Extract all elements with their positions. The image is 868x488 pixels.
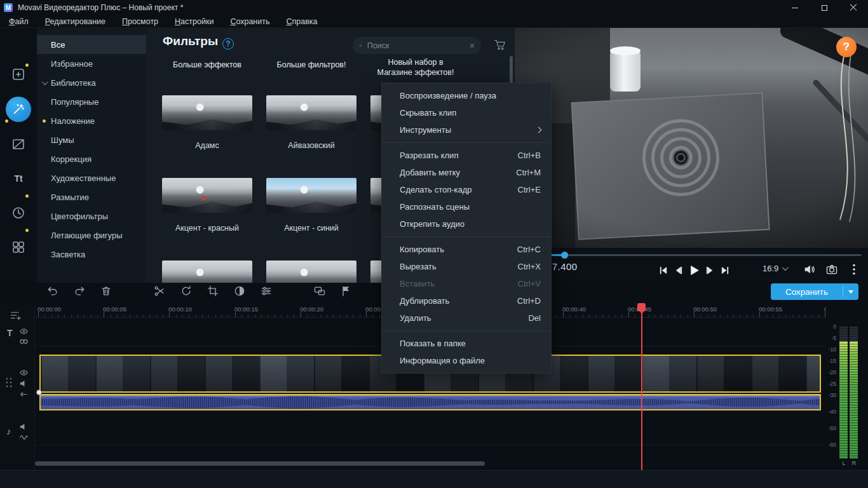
promo-more-effects[interactable]: Больше эффектов bbox=[163, 60, 252, 70]
skip-to-start-button[interactable] bbox=[658, 266, 668, 275]
menu-divider bbox=[382, 330, 551, 331]
filter-thumbnail-accent-blue[interactable] bbox=[266, 178, 356, 213]
filter-thumbnail[interactable] bbox=[266, 261, 356, 283]
aspect-ratio-selector[interactable]: 16:9 bbox=[763, 264, 787, 273]
sidebar-item-popular[interactable]: Популярные bbox=[37, 92, 146, 111]
titles-track-visibility-toggle[interactable] bbox=[19, 327, 29, 336]
menu-item-split-clip[interactable]: Разрезать клипCtrl+B bbox=[382, 147, 551, 164]
export-button[interactable]: Сохранить bbox=[771, 283, 858, 300]
filter-thumbnail[interactable] bbox=[162, 261, 252, 283]
filter-thumbnail-accent-red[interactable] bbox=[162, 178, 252, 213]
playhead-handle[interactable] bbox=[637, 303, 646, 311]
undo-button[interactable] bbox=[46, 284, 60, 298]
minimize-button[interactable] bbox=[780, 0, 810, 15]
promo-effects-store[interactable]: Новый набор в Магазине эффектов! bbox=[371, 57, 460, 78]
audio-track-wave-toggle[interactable] bbox=[19, 433, 29, 442]
menu-item-freeze-frame[interactable]: Сделать стоп-кадрCtrl+E bbox=[382, 181, 551, 198]
sidebar-item-colorfilters[interactable]: Цветофильтры bbox=[37, 207, 146, 226]
playhead-line[interactable] bbox=[641, 303, 642, 470]
audio-clip[interactable] bbox=[39, 394, 821, 410]
more-tools-button[interactable] bbox=[0, 234, 37, 260]
menu-item-detach-audio[interactable]: Открепить аудио bbox=[382, 215, 551, 233]
preview-more-button[interactable] bbox=[852, 264, 856, 275]
menu-settings[interactable]: Настройки bbox=[175, 17, 214, 26]
sidebar-item-correction[interactable]: Коррекция bbox=[37, 149, 146, 168]
menu-item-add-marker[interactable]: Добавить меткуCtrl+M bbox=[382, 164, 551, 181]
skip-to-end-button[interactable] bbox=[721, 266, 730, 275]
transitions-tool-button[interactable] bbox=[0, 132, 37, 157]
help-button[interactable]: ? bbox=[836, 37, 857, 57]
filter-label: Акцент - синий bbox=[266, 224, 356, 233]
export-options-dropdown[interactable] bbox=[843, 290, 858, 294]
titles-track-link-toggle[interactable] bbox=[19, 337, 29, 346]
sidebar-item-overlay[interactable]: Наложение bbox=[37, 111, 146, 130]
stickers-tool-button[interactable] bbox=[0, 200, 37, 226]
effects-store-button[interactable] bbox=[493, 37, 507, 51]
sidebar-item-label: Художественные bbox=[51, 173, 116, 183]
play-button[interactable] bbox=[689, 265, 700, 276]
sidebar-item-flying-shapes[interactable]: Летающие фигуры bbox=[37, 226, 146, 245]
sidebar-item-noise[interactable]: Шумы bbox=[37, 130, 146, 149]
filter-label: Айвазовский bbox=[266, 141, 356, 150]
menu-item-play-pause[interactable]: Воспроизведение / пауза bbox=[382, 87, 551, 104]
menu-file[interactable]: Файл bbox=[9, 17, 29, 26]
video-track-mute-toggle[interactable] bbox=[19, 379, 29, 388]
previous-frame-button[interactable] bbox=[674, 266, 683, 275]
volume-button[interactable] bbox=[803, 263, 816, 276]
menu-item-tools[interactable]: Инструменты bbox=[382, 121, 551, 139]
video-track-visibility-toggle[interactable] bbox=[19, 368, 29, 377]
menu-save[interactable]: Сохранить bbox=[230, 17, 269, 26]
sidebar-item-artistic[interactable]: Художественные bbox=[37, 168, 146, 187]
sidebar-item-library[interactable]: Библиотека bbox=[37, 73, 146, 92]
menu-item-file-info[interactable]: Информация о файле bbox=[382, 352, 551, 369]
snapshot-button[interactable] bbox=[825, 263, 838, 276]
sidebar-item-favorites[interactable]: Избранное bbox=[37, 54, 146, 73]
marker-button[interactable] bbox=[339, 284, 353, 298]
filter-thumbnail-aivazovsky[interactable] bbox=[266, 95, 356, 130]
menu-edit[interactable]: Редактирование bbox=[45, 17, 105, 26]
menu-item-detect-scenes[interactable]: Распознать сцены bbox=[382, 198, 551, 215]
audio-track-mute-toggle[interactable] bbox=[19, 422, 29, 431]
titles-tool-button[interactable]: Tt bbox=[0, 166, 37, 191]
import-media-button[interactable] bbox=[0, 62, 37, 87]
crop-button[interactable] bbox=[206, 284, 220, 298]
filters-tool-button[interactable] bbox=[0, 97, 37, 122]
close-button[interactable] bbox=[839, 0, 868, 15]
titles-track-icon: T bbox=[7, 328, 13, 338]
sidebar-item-all[interactable]: Все bbox=[37, 35, 146, 54]
color-adjust-button[interactable] bbox=[233, 284, 247, 298]
redo-button[interactable] bbox=[72, 284, 86, 298]
menu-item-label: Распознать сцены bbox=[400, 202, 470, 212]
rotate-button[interactable] bbox=[179, 284, 193, 298]
search-clear-icon[interactable]: × bbox=[470, 41, 475, 51]
menu-item-hide-clip[interactable]: Скрывать клип bbox=[382, 104, 551, 121]
menu-item-duplicate[interactable]: ДублироватьCtrl+D bbox=[382, 292, 551, 309]
add-track-button[interactable] bbox=[9, 309, 23, 323]
menu-view[interactable]: Просмотр bbox=[122, 17, 158, 26]
overlay-button[interactable] bbox=[313, 284, 327, 298]
sidebar-item-flare[interactable]: Засветка bbox=[37, 245, 146, 264]
meter-scale-label: -40 bbox=[825, 409, 836, 415]
menu-item-cut[interactable]: ВырезатьCtrl+X bbox=[382, 258, 551, 275]
next-frame-button[interactable] bbox=[705, 266, 715, 275]
menu-item-delete[interactable]: УдалитьDel bbox=[382, 309, 551, 327]
panel-help-icon[interactable]: ? bbox=[222, 38, 234, 50]
video-track-handle[interactable] bbox=[5, 377, 13, 388]
clip-link-handle[interactable] bbox=[36, 390, 42, 395]
split-button[interactable] bbox=[153, 284, 166, 298]
maximize-button[interactable] bbox=[810, 0, 839, 15]
delete-button[interactable] bbox=[99, 284, 113, 298]
menu-help[interactable]: Справка bbox=[287, 17, 318, 26]
clip-properties-button[interactable] bbox=[259, 284, 273, 298]
filter-thumbnail-adams[interactable] bbox=[162, 95, 252, 130]
sidebar-item-blur[interactable]: Размытие bbox=[37, 187, 146, 207]
menu-item-show-in-folder[interactable]: Показать в папке bbox=[382, 335, 551, 352]
video-track-return-button[interactable] bbox=[19, 390, 29, 399]
track-headers: T ♪ bbox=[0, 303, 35, 470]
menu-item-copy[interactable]: КопироватьCtrl+C bbox=[382, 241, 551, 258]
search-input[interactable] bbox=[367, 41, 470, 50]
timeline-horizontal-scrollbar[interactable] bbox=[35, 461, 485, 466]
seek-handle[interactable] bbox=[561, 252, 568, 259]
preview-seek-slider[interactable] bbox=[520, 254, 862, 256]
promo-more-filters[interactable]: Больше фильтров! bbox=[267, 60, 356, 70]
